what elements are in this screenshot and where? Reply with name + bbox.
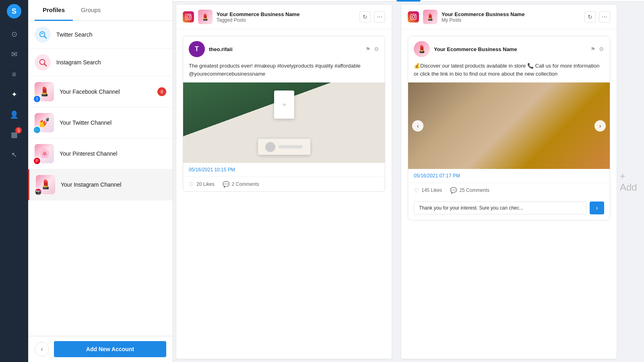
add-column-button[interactable]: + Add (620, 2, 644, 362)
twitter-channel-label: Your Twitter Channel (60, 119, 166, 126)
pinterest-channel-info: Your Pinterest Channel (60, 150, 166, 157)
svg-line-1 (44, 36, 46, 38)
svg-point-8 (412, 16, 415, 19)
instagram-channel-info: Your Instagram Channel (61, 181, 166, 188)
likes-stat-theo: ♡ 20 Likes (189, 181, 215, 187)
twitter-search-icon (35, 27, 51, 43)
facebook-channel-info: Your Facebook Channel (60, 88, 157, 95)
flag-icon[interactable]: ⚑ (365, 46, 371, 52)
svg-point-6 (190, 15, 190, 16)
compose-nav[interactable]: ≡ (6, 66, 23, 83)
post-text-brand: 💰Discover our latest products available … (408, 62, 610, 82)
tagged-posts-account-name: Your Ecommerce Business Name (217, 11, 359, 17)
icon-bar: S ⊙ ✉ ≡ ✦ 👤 ▦ 3 ↖ (0, 0, 28, 362)
instagram-search-icon (35, 54, 51, 70)
panel-divider (395, 2, 398, 362)
add-account-button[interactable]: Add New Account (54, 341, 166, 357)
sidebar: Profiles Groups Twitter Search Instagram… (28, 0, 173, 362)
refresh-button-2[interactable]: ↻ (584, 11, 596, 23)
instagram-channel-label: Your Instagram Channel (61, 181, 166, 188)
post-author-avatar-brand: 💄 (414, 41, 430, 57)
post-card-actions: ⚑ ⚙ (365, 46, 379, 52)
tab-profiles[interactable]: Profiles (35, 0, 73, 21)
pinterest-channel-avatar: 🌸 P (35, 144, 54, 163)
post-card-header-brand: 💄 Your Ecommerce Business Name ⚑ ⚙ (408, 36, 610, 62)
sidebar-item-twitter-search[interactable]: Twitter Search (28, 21, 173, 49)
likes-count-brand: 145 Likes (421, 187, 442, 193)
collapse-sidebar-button[interactable]: ‹ (35, 342, 49, 356)
instagram-search-info: Instagram Search (56, 59, 166, 66)
facebook-channel-badge: 8 (157, 87, 166, 96)
network-nav[interactable]: ✦ (6, 86, 23, 103)
settings-icon-brand[interactable]: ⚙ (599, 46, 604, 52)
my-posts-body: 💄 Your Ecommerce Business Name ⚑ ⚙ 💰Disc… (401, 29, 617, 359)
settings-icon[interactable]: ⚙ (374, 46, 379, 52)
tagged-posts-header: 💄 Your Ecommerce Business Name Tagged Po… (176, 5, 392, 29)
comments-stat-brand: 💬 25 Comments (450, 187, 489, 193)
post-author-name-brand: Your Ecommerce Business Name (434, 46, 590, 52)
tagged-posts-body: T theo.rifaii ⚑ ⚙ The greatest products … (176, 29, 392, 359)
instagram-channel-avatar: 💄 📷 (36, 175, 55, 194)
svg-rect-4 (186, 14, 191, 19)
carousel-next-button[interactable]: › (594, 120, 606, 132)
inbox-nav[interactable]: ✉ (6, 46, 23, 63)
more-options-button-2[interactable]: ⋯ (599, 11, 610, 23)
contacts-nav[interactable]: 👤 (6, 106, 23, 123)
panels-container: 💄 Your Ecommerce Business Name Tagged Po… (173, 2, 644, 362)
twitter-channel-info: Your Twitter Channel (60, 119, 166, 126)
twitter-search-info: Twitter Search (56, 31, 166, 38)
post-card-header-theo: T theo.rifaii ⚑ ⚙ (183, 36, 385, 62)
content-header (173, 0, 644, 2)
tab-groups[interactable]: Groups (73, 0, 109, 21)
post-card-actions-brand: ⚑ ⚙ (590, 46, 604, 52)
post-author-name-theo: theo.rifaii (209, 46, 233, 52)
reply-box: › (414, 202, 604, 214)
app-logo[interactable]: S (7, 4, 21, 19)
post-footer-brand: ♡ 145 Likes 💬 25 Comments (408, 183, 610, 197)
sidebar-tabs: Profiles Groups (28, 0, 173, 21)
comment-icon: 💬 (223, 181, 229, 187)
post-footer-theo: ♡ 20 Likes 💬 2 Comments (183, 177, 385, 191)
tagged-posts-actions: ↻ ⋯ (359, 11, 385, 23)
my-posts-actions: ↻ ⋯ (584, 11, 610, 23)
post-image-brand: ‹ › (408, 82, 610, 169)
more-options-button[interactable]: ⋯ (374, 11, 385, 23)
refresh-button[interactable]: ↻ (359, 11, 371, 23)
flag-icon-brand[interactable]: ⚑ (590, 46, 596, 52)
calendar-badge: 3 (15, 127, 22, 134)
calendar-nav[interactable]: ▦ 3 (6, 126, 23, 143)
post-timestamp-theo: 05/16/2021 10:15 PM (183, 163, 385, 177)
comments-stat-theo: 💬 2 Comments (223, 181, 259, 187)
post-card-brand: 💄 Your Ecommerce Business Name ⚑ ⚙ 💰Disc… (408, 36, 610, 220)
my-posts-title-info: Your Ecommerce Business Name My Posts (442, 11, 584, 23)
sidebar-item-instagram-search[interactable]: Instagram Search (28, 49, 173, 76)
twitter-channel-avatar: 💅 🐦 (35, 113, 54, 132)
likes-stat-brand: ♡ 145 Likes (414, 187, 442, 193)
post-text-theo: The greatest products ever! #makeup #lov… (183, 62, 385, 82)
facebook-channel-label: Your Facebook Channel (60, 88, 157, 95)
svg-line-3 (44, 64, 46, 66)
my-posts-account-name: Your Ecommerce Business Name (442, 11, 584, 17)
post-author-avatar-theo: T (189, 41, 205, 57)
twitter-search-label: Twitter Search (56, 31, 166, 38)
reply-send-button[interactable]: › (590, 202, 604, 214)
pinterest-badge-icon: P (33, 157, 41, 165)
post-card-theo: T theo.rifaii ⚑ ⚙ The greatest products … (183, 36, 385, 192)
reply-input[interactable] (414, 202, 586, 214)
post-image-theo: 🛍 (183, 82, 385, 163)
pinterest-channel-label: Your Pinterest Channel (60, 150, 166, 157)
my-posts-panel: 💄 Your Ecommerce Business Name My Posts … (401, 5, 617, 359)
likes-count-theo: 20 Likes (196, 181, 215, 187)
sidebar-footer: ‹ Add New Account (28, 336, 173, 362)
carousel-prev-button[interactable]: ‹ (412, 120, 423, 132)
sidebar-item-facebook-channel[interactable]: 💄 f Your Facebook Channel 8 (28, 76, 173, 107)
sidebar-item-twitter-channel[interactable]: 💅 🐦 Your Twitter Channel (28, 107, 173, 138)
sidebar-item-instagram-channel[interactable]: 💄 📷 Your Instagram Channel (28, 169, 173, 200)
sidebar-item-pinterest-channel[interactable]: 🌸 P Your Pinterest Channel (28, 138, 173, 169)
sidebar-list: Twitter Search Instagram Search 💄 f Your… (28, 21, 173, 336)
panel-ig-icon (183, 11, 194, 23)
cursor-nav[interactable]: ↖ (6, 146, 23, 163)
dashboard-nav[interactable]: ⊙ (6, 26, 23, 43)
progress-indicator (396, 0, 421, 2)
post-timestamp-brand: 05/16/2021 07:17 PM (408, 169, 610, 183)
